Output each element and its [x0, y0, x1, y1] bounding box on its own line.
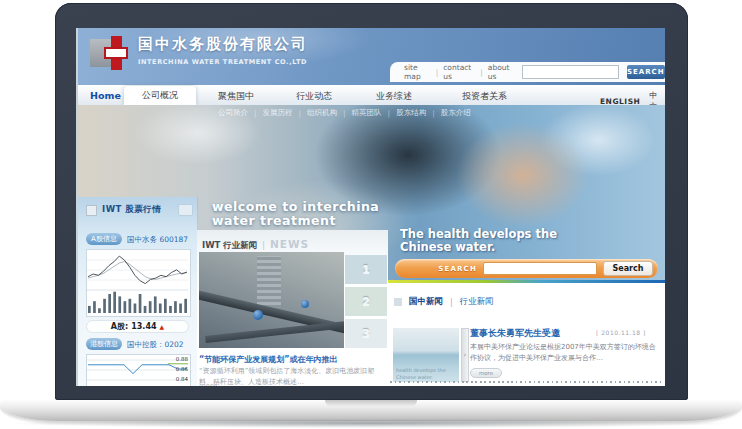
browser-screen: 国中水务股份有限公司 INTERCHINA WATER TREATMENT CO… [78, 28, 665, 386]
h-share-name[interactable]: 国中控股：0202 [127, 340, 184, 350]
center-news-body: “资源循环利用”领域则包括了海水淡化、废旧电池废旧塑料、秸秆压块、人造板技术概述… [199, 366, 383, 386]
utility-separator: | [480, 68, 483, 77]
slogan-line2: Chinese water. [400, 241, 557, 254]
price-up-icon: ▲ [160, 323, 165, 330]
a-share-chart [87, 250, 188, 314]
main-nav: Home 公司概况 聚焦国中 行业动态 业务综述 投资者关系 ENGLISH 中… [78, 85, 665, 106]
hero-search-button[interactable]: Search [603, 261, 653, 276]
submenu-item[interactable]: 股东介绍 [441, 108, 471, 118]
nav-item-business[interactable]: 业务综述 [376, 90, 412, 103]
tab-company-news[interactable]: 国中新闻 [409, 296, 443, 308]
stock-panel-title: IWT 股票行情 [102, 204, 161, 216]
pager-button-3[interactable]: 3 [345, 319, 387, 348]
hero-submenu: 公司简介| 发展历程| 组织机构| 精英团队| 股东结构| 股东介绍 [218, 108, 471, 118]
h-share-badge: 港股信息 [86, 338, 122, 350]
company-name-en: INTERCHINA WATER TREATMENT CO.,LTD [138, 58, 307, 66]
thumbnail-next-arrow[interactable]: › [461, 328, 469, 382]
nav-item-company-profile[interactable]: 公司概况 [124, 86, 196, 105]
utility-separator: | [436, 68, 439, 77]
nav-item-industry[interactable]: 行业动态 [296, 90, 332, 103]
submenu-separator: | [299, 109, 302, 118]
nav-item-focus[interactable]: 聚焦国中 [218, 90, 254, 103]
laptop-mockup: 国中水务股份有限公司 INTERCHINA WATER TREATMENT CO… [0, 0, 742, 429]
news-tabs: 国中新闻 | 行业新闻 [394, 296, 494, 308]
submenu-separator: | [343, 109, 346, 118]
stock-panel-header: IWT 股票行情 [86, 204, 161, 216]
news-thumbnail[interactable]: health develops the Chinese water. [393, 328, 459, 382]
link-site-map[interactable]: site map [404, 63, 431, 81]
laptop-base-notch [325, 400, 417, 407]
link-about-us[interactable]: about us [488, 63, 515, 81]
a-share-name[interactable]: 国中水务 600187 [127, 235, 188, 245]
center-news-separator: | [262, 241, 265, 250]
submenu-item[interactable]: 公司简介 [218, 108, 248, 118]
submenu-item[interactable]: 组织机构 [307, 108, 337, 118]
nav-item-label: 公司概况 [142, 89, 178, 102]
utility-bar: site map | contact us | about us SEARCH [390, 62, 665, 82]
h-share-chart-box: 0.88 0.86 0.84 [86, 354, 191, 386]
hero-slogan: The health develops the Chinese water. [400, 228, 557, 254]
submenu-separator: | [388, 109, 391, 118]
welcome-line2: water treatment [212, 214, 379, 228]
center-news-more-link[interactable]: more [199, 382, 217, 386]
nav-item-investor[interactable]: 投资者关系 [462, 90, 507, 103]
hero-search-input[interactable] [483, 262, 597, 275]
a-share-price: A股: 13.44 ▲ [86, 320, 189, 333]
header-search-input[interactable] [522, 65, 619, 79]
nav-item-home[interactable]: Home [90, 90, 121, 101]
submenu-separator: | [432, 109, 435, 118]
laptop-shadow [15, 419, 727, 428]
news-item-body: 本届中美环保产业论坛是根据2007年中美双方签订的环境合作协议，为促进中美环保产… [470, 342, 656, 364]
center-news-title-zh: IWT 行业新闻 [202, 240, 257, 252]
center-news-header: IWT 行业新闻 | NEWS [202, 238, 309, 252]
panel-bullet-icon [86, 205, 97, 216]
center-news-headline[interactable]: “节能环保产业发展规划”或在年内推出 [199, 354, 387, 365]
photo-valve-detail [301, 300, 309, 308]
submenu-item[interactable]: 股东结构 [396, 108, 426, 118]
company-name-zh: 国中水务股份有限公司 [138, 35, 308, 54]
thumbnail-caption: health develops the Chinese water. [396, 367, 454, 380]
a-share-chart-box [86, 249, 191, 317]
tab-industry-news[interactable]: 行业新闻 [460, 296, 494, 308]
h-share-chart [87, 355, 188, 385]
photo-valve-detail [253, 310, 263, 320]
pager-button-2[interactable]: 2 [345, 287, 387, 316]
welcome-heading: welcome to interchina water treatment [212, 200, 379, 229]
price-value: 13.44 [131, 322, 156, 331]
hero-search-bar: SEARCH Search [395, 259, 658, 278]
dotted-divider [390, 381, 662, 383]
submenu-item[interactable]: 精英团队 [352, 108, 382, 118]
chart-tick: 0.86 [176, 366, 188, 372]
company-logo-icon [90, 36, 132, 70]
submenu-separator: | [254, 109, 257, 118]
tab-separator: | [450, 298, 453, 307]
link-contact-us[interactable]: contact us [443, 63, 475, 81]
news-item-more-button[interactable]: more [470, 368, 502, 378]
submenu-item[interactable]: 发展历程 [263, 108, 293, 118]
center-news-title-en: NEWS [270, 238, 309, 250]
chart-tick: 0.88 [176, 356, 188, 362]
hero-search-label: SEARCH [438, 265, 477, 273]
photo-ladder-detail [257, 256, 281, 308]
tab-bullet-icon [394, 298, 402, 306]
pager-button-1[interactable]: 1 [345, 255, 387, 284]
price-label: A股: [111, 321, 128, 332]
plant-photo[interactable] [199, 252, 344, 348]
panel-collapse-button[interactable] [178, 204, 193, 216]
site-header: 国中水务股份有限公司 INTERCHINA WATER TREATMENT CO… [78, 28, 665, 85]
news-item-date: [ 2010.11.18 ] [596, 329, 646, 336]
header-search-button[interactable]: SEARCH [627, 65, 665, 79]
a-share-badge: A股信息 [86, 233, 122, 245]
photo-pipe-detail [205, 320, 344, 343]
news-item-title[interactable]: 董事长朱勇军先生受邀 [470, 327, 560, 340]
chart-tick: 0.84 [176, 376, 188, 382]
